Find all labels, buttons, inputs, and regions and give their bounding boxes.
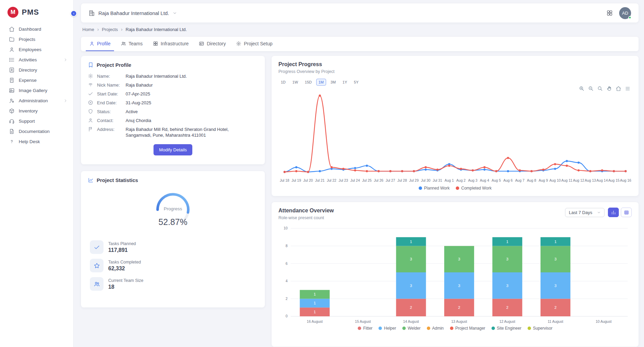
chart-view-toggle[interactable] <box>608 208 619 217</box>
data-point-marker[interactable] <box>331 166 333 168</box>
menu-icon[interactable] <box>625 86 630 91</box>
range-button[interactable]: 1W <box>290 79 301 86</box>
sidebar-item-dashboard[interactable]: Dashboard <box>0 24 73 34</box>
zoom-in-icon[interactable] <box>579 86 584 91</box>
data-point-marker[interactable] <box>425 166 427 168</box>
attendance-bar-chart[interactable]: 024681016 August11115 August14 August233… <box>278 224 632 326</box>
progress-line-chart[interactable]: Jul 18Jul 19Jul 20Jul 21Jul 22Jul 23Jul … <box>278 87 632 186</box>
bar-value-label: 3 <box>554 257 557 261</box>
data-point-marker[interactable] <box>295 170 297 172</box>
data-point-marker[interactable] <box>578 162 580 164</box>
data-point-marker[interactable] <box>519 169 521 171</box>
data-point-marker[interactable] <box>507 170 509 172</box>
sidebar-collapse-button[interactable]: ‹ <box>70 10 77 17</box>
data-point-marker[interactable] <box>625 170 627 172</box>
range-button[interactable]: 1Y <box>340 79 349 86</box>
breadcrumb-projects[interactable]: Projects <box>102 27 118 32</box>
data-point-marker[interactable] <box>554 163 556 165</box>
tab-infrastructure[interactable]: Infrastructure <box>149 37 192 51</box>
sidebar-item-employees[interactable]: Employees <box>0 44 73 55</box>
sidebar-item-help-desk[interactable]: Help Desk <box>0 136 73 147</box>
data-point-marker[interactable] <box>284 171 286 173</box>
data-point-marker[interactable] <box>401 170 403 172</box>
sidebar-item-documentation[interactable]: Documentation <box>0 126 73 136</box>
data-point-marker[interactable] <box>483 168 485 170</box>
user-avatar[interactable]: AD <box>619 7 631 19</box>
sidebar-item-administration[interactable]: Administration <box>0 95 73 106</box>
data-point-marker[interactable] <box>472 169 474 171</box>
zoom-out-icon[interactable] <box>588 86 594 91</box>
data-point-marker[interactable] <box>613 170 615 172</box>
sidebar-item-projects[interactable]: Projects <box>0 34 73 44</box>
legend-item[interactable]: Project Manager <box>450 326 485 331</box>
data-point-marker[interactable] <box>366 165 368 167</box>
legend-item[interactable]: Completed Work <box>456 186 492 191</box>
data-point-marker[interactable] <box>425 168 427 170</box>
legend-item[interactable]: Helper <box>379 326 396 331</box>
data-point-marker[interactable] <box>342 168 344 170</box>
sidebar-item-activities[interactable]: Activities <box>0 55 73 65</box>
legend-item[interactable]: Fitter <box>358 326 372 331</box>
data-point-marker[interactable] <box>366 170 368 172</box>
home-icon[interactable] <box>616 86 621 91</box>
project-selector[interactable]: Raja Bahadur International Ltd. <box>88 10 177 16</box>
bar-value-label: 3 <box>458 284 460 288</box>
legend-item[interactable]: Welder <box>402 326 421 331</box>
data-point-marker[interactable] <box>307 171 309 173</box>
selection-zoom-icon[interactable] <box>597 86 603 91</box>
data-point-marker[interactable] <box>578 169 580 171</box>
app-logo[interactable]: M PMS <box>0 5 73 24</box>
table-view-toggle[interactable] <box>621 208 632 217</box>
data-point-marker[interactable] <box>566 165 568 167</box>
data-point-marker[interactable] <box>295 166 297 168</box>
data-point-marker[interactable] <box>436 168 438 170</box>
data-point-marker[interactable] <box>554 168 556 170</box>
tab-profile[interactable]: Profile <box>86 37 114 51</box>
data-point-marker[interactable] <box>319 94 321 96</box>
data-point-marker[interactable] <box>566 160 568 162</box>
range-button[interactable]: 1M <box>316 79 326 86</box>
legend-item[interactable]: Admin <box>427 326 444 331</box>
date-range-dropdown[interactable]: Last 7 Days <box>565 208 605 217</box>
data-point-marker[interactable] <box>413 170 415 172</box>
tab-teams[interactable]: Teams <box>117 37 146 51</box>
tab-directory[interactable]: Directory <box>195 37 229 51</box>
pan-icon[interactable] <box>607 86 612 91</box>
data-point-marker[interactable] <box>354 167 356 169</box>
legend-item[interactable]: Supervisor <box>528 326 552 331</box>
data-point-marker[interactable] <box>589 170 591 172</box>
data-point-marker[interactable] <box>460 168 462 170</box>
legend-marker <box>402 327 406 330</box>
data-point-marker[interactable] <box>319 170 321 172</box>
data-point-marker[interactable] <box>601 169 603 171</box>
sidebar-item-directory[interactable]: Directory <box>0 65 73 75</box>
sidebar-item-inventory[interactable]: Inventory <box>0 106 73 116</box>
data-point-marker[interactable] <box>354 169 356 171</box>
legend-item[interactable]: Planned Work <box>419 186 450 191</box>
range-button[interactable]: 3M <box>328 79 338 86</box>
chart-icon <box>88 177 94 183</box>
data-point-marker[interactable] <box>542 168 544 170</box>
data-point-marker[interactable] <box>448 165 450 167</box>
data-point-marker[interactable] <box>531 170 533 172</box>
range-button[interactable]: 1D <box>278 79 288 86</box>
breadcrumb-home[interactable]: Home <box>82 27 94 32</box>
sidebar-item-image-gallery[interactable]: Image Gallery <box>0 85 73 95</box>
data-point-marker[interactable] <box>377 170 380 172</box>
legend-item[interactable]: Site Engineer <box>492 326 521 331</box>
avatar-initials: AD <box>622 11 628 16</box>
bar-value-label: 3 <box>506 284 508 288</box>
apps-grid-icon[interactable] <box>606 10 613 16</box>
sidebar-item-support[interactable]: Support <box>0 116 73 126</box>
range-button[interactable]: 5Y <box>352 79 361 86</box>
modify-details-button[interactable]: Modify Details <box>154 144 192 155</box>
tab-project-setup[interactable]: Project Setup <box>232 37 276 51</box>
tab-bar: Profile Teams Infrastructure Directory P… <box>81 37 639 51</box>
data-point-marker[interactable] <box>483 166 485 168</box>
data-point-marker[interactable] <box>507 157 509 159</box>
data-point-marker[interactable] <box>389 170 391 172</box>
stat-tasks-completed: Tasks Completed 62,332 <box>90 259 256 272</box>
data-point-marker[interactable] <box>495 170 497 172</box>
sidebar-item-expense[interactable]: Expense <box>0 75 73 85</box>
range-button[interactable]: 15D <box>303 79 314 86</box>
